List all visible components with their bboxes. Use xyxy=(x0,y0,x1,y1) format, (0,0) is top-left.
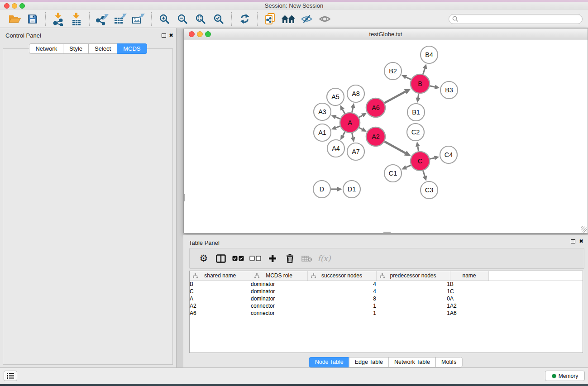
delete-column-button[interactable] xyxy=(281,249,298,267)
graph-edge-C-C1[interactable] xyxy=(406,165,411,167)
graph-node-B[interactable]: B xyxy=(411,74,430,93)
import-table-button[interactable] xyxy=(67,11,86,27)
tab-node-table[interactable]: Node Table xyxy=(309,357,349,367)
graph-node-C1[interactable]: C1 xyxy=(384,165,402,182)
network-minimize-button[interactable] xyxy=(197,31,203,37)
table-panel-float-icon[interactable] xyxy=(571,239,575,243)
table-row[interactable]: A2connector11A2 xyxy=(190,302,583,310)
network-canvas[interactable]: AA1A3A5A8A4A7A6A2BB1B2B3B4CC1C2C3C4DD1 xyxy=(184,40,588,233)
zoom-window-button[interactable] xyxy=(19,3,25,9)
graph-edge-B-B2[interactable] xyxy=(406,77,411,80)
zoom-out-button[interactable] xyxy=(173,11,191,27)
graph-node-A5[interactable]: A5 xyxy=(327,88,344,105)
graph-edge-B-B4[interactable] xyxy=(423,69,425,74)
tab-select[interactable]: Select xyxy=(88,43,117,54)
column-header-name[interactable]: name xyxy=(450,271,488,281)
refresh-layout-button[interactable] xyxy=(235,11,253,27)
tab-edge-table[interactable]: Edge Table xyxy=(349,357,389,367)
graph-edge-A-A2[interactable] xyxy=(359,128,362,129)
graph-node-B4[interactable]: B4 xyxy=(421,46,438,63)
open-session-button[interactable] xyxy=(5,11,24,27)
export-image-button[interactable] xyxy=(129,11,148,27)
graph-edge-A2-C[interactable] xyxy=(384,142,405,153)
graph-node-A6[interactable]: A6 xyxy=(366,98,385,117)
graph-node-A3[interactable]: A3 xyxy=(314,103,331,120)
column-header-successor-nodes[interactable]: successor nodes xyxy=(307,271,376,281)
graph-edge-A-A7[interactable] xyxy=(352,133,353,138)
hide-details-button[interactable] xyxy=(297,11,316,27)
function-builder-button[interactable]: f(x) xyxy=(316,249,333,267)
network-graph[interactable]: AA1A3A5A8A4A7A6A2BB1B2B3B4CC1C2C3C4DD1 xyxy=(184,40,588,233)
graph-edge-B-B1[interactable] xyxy=(418,94,419,98)
graph-node-A7[interactable]: A7 xyxy=(347,143,364,160)
zoom-fit-button[interactable] xyxy=(191,11,210,27)
network-document-button[interactable] xyxy=(261,11,279,27)
column-header-predecessor-nodes[interactable]: predecessor nodes xyxy=(376,271,450,281)
graph-node-A1[interactable]: A1 xyxy=(314,124,331,141)
search-input[interactable] xyxy=(459,15,582,23)
task-history-button[interactable] xyxy=(4,371,17,381)
node-table[interactable]: shared nameMCDS rolesuccessor nodesprede… xyxy=(189,271,583,353)
graph-edge-A-A6[interactable] xyxy=(359,115,363,117)
table-settings-button[interactable]: ⚙ xyxy=(195,249,212,267)
show-details-button[interactable] xyxy=(316,11,334,27)
tab-network-table[interactable]: Network Table xyxy=(388,357,436,367)
network-close-button[interactable] xyxy=(189,31,195,37)
houses-button[interactable] xyxy=(279,11,297,27)
select-all-button[interactable] xyxy=(229,249,247,267)
graph-edge-A6-B[interactable] xyxy=(384,92,405,103)
graph-edge-A-A8[interactable] xyxy=(352,108,353,112)
table-row[interactable]: Adominator80A xyxy=(190,295,583,302)
graph-edge-A-A4[interactable] xyxy=(343,132,345,136)
table-panel-close-icon[interactable]: ✖ xyxy=(579,238,583,244)
table-row[interactable]: A6connector11A6 xyxy=(190,310,583,317)
add-column-button[interactable] xyxy=(264,249,281,267)
network-zoom-button[interactable] xyxy=(205,31,211,37)
graph-edge-A-A3[interactable] xyxy=(336,117,340,119)
table-row[interactable]: Cdominator41C xyxy=(190,288,583,295)
window-resize-grip[interactable] xyxy=(581,226,587,233)
graph-edge-A-A1[interactable] xyxy=(336,126,340,128)
graph-edge-B-B3[interactable] xyxy=(430,86,435,87)
zoom-in-button[interactable] xyxy=(155,11,173,27)
save-session-button[interactable] xyxy=(24,11,42,27)
graph-node-B3[interactable]: B3 xyxy=(440,81,458,99)
deselect-all-button[interactable] xyxy=(247,249,264,267)
graph-edge-C-C4[interactable] xyxy=(430,158,434,159)
tab-mcds[interactable]: MCDS xyxy=(117,43,147,54)
close-window-button[interactable] xyxy=(4,3,10,9)
graph-node-C2[interactable]: C2 xyxy=(407,124,424,141)
graph-node-C4[interactable]: C4 xyxy=(440,146,457,163)
table-row[interactable]: Bdominator41B xyxy=(190,281,583,288)
column-header-MCDS-role[interactable]: MCDS role xyxy=(251,271,307,281)
minimize-window-button[interactable] xyxy=(12,3,17,9)
graph-edge-C-C2[interactable] xyxy=(418,147,419,152)
graph-node-A[interactable]: A xyxy=(340,113,360,133)
tab-network[interactable]: Network xyxy=(29,43,63,54)
tab-motifs[interactable]: Motifs xyxy=(435,357,462,367)
zoom-selected-button[interactable] xyxy=(210,11,228,27)
import-network-button[interactable] xyxy=(49,11,67,27)
graph-node-D1[interactable]: D1 xyxy=(343,181,360,198)
graph-node-D[interactable]: D xyxy=(313,181,330,198)
graph-node-A2[interactable]: A2 xyxy=(366,127,385,146)
graph-node-A8[interactable]: A8 xyxy=(347,85,364,102)
control-panel-float-icon[interactable] xyxy=(162,33,166,38)
table-header-row[interactable]: shared nameMCDS rolesuccessor nodesprede… xyxy=(190,271,583,281)
graph-node-A4[interactable]: A4 xyxy=(327,140,344,157)
export-table-button[interactable] xyxy=(111,11,129,27)
graph-node-C[interactable]: C xyxy=(411,152,430,171)
control-panel-close-icon[interactable]: ✖ xyxy=(169,33,173,38)
graph-edge-A-A5[interactable] xyxy=(343,110,345,114)
delete-table-button[interactable] xyxy=(298,249,316,267)
graph-node-B2[interactable]: B2 xyxy=(384,62,402,80)
column-header-shared-name[interactable]: shared name xyxy=(190,271,251,281)
memory-button[interactable]: Memory xyxy=(545,371,585,381)
network-horizontal-scroll-thumb[interactable] xyxy=(383,232,391,233)
export-network-button[interactable] xyxy=(93,11,111,27)
graph-node-C3[interactable]: C3 xyxy=(421,181,438,199)
graph-edge-C-C3[interactable] xyxy=(423,171,425,176)
tab-style[interactable]: Style xyxy=(63,43,89,54)
network-vertical-scroll-thumb[interactable] xyxy=(184,194,185,201)
graph-node-B1[interactable]: B1 xyxy=(407,104,425,121)
